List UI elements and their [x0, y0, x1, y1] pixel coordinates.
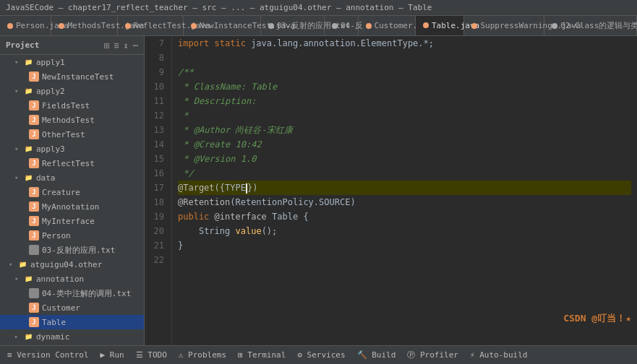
sidebar-content: ▾📁apply1JNewInstanceTest▾📁apply2JFieldsT…: [0, 55, 144, 345]
problems-btn[interactable]: ⚠ Problems: [174, 349, 231, 361]
tree-arrow: ▾: [14, 275, 23, 282]
code-line: /**: [178, 65, 631, 79]
line-numbers: 78910111213141516171819202122: [145, 36, 172, 345]
tree-label: Person: [42, 231, 71, 240]
code-line: *: [178, 108, 631, 123]
sync-icon[interactable]: ⊞: [104, 40, 109, 51]
tree-file-icon: 📁: [23, 173, 33, 183]
code-area[interactable]: import static java.lang.annotation.Eleme…: [172, 36, 637, 345]
tree-label: MethodsTest: [42, 116, 95, 125]
tree-label: ReflectTest: [42, 159, 95, 168]
tree-label: NewInstanceTest: [42, 72, 114, 82]
tree-item[interactable]: JReflectTest: [0, 156, 144, 170]
tree-label: OtherTest: [42, 130, 85, 139]
tree-file-icon: 📁: [23, 332, 33, 342]
tree-item[interactable]: 04-类中注解的调用.txt: [0, 286, 144, 300]
tree-label: Creature: [42, 188, 80, 197]
tab-table[interactable]: Table.java: [416, 16, 465, 36]
tree-item[interactable]: ▾📁apply3: [0, 142, 144, 156]
tree-item[interactable]: ▾📁atguigu04.other: [0, 257, 144, 272]
tab-dot-methodstest: [59, 23, 64, 29]
tree-item[interactable]: JCustomer: [0, 300, 144, 315]
tab-suppresswarnings[interactable]: SuppressWarnings.java: [464, 16, 544, 35]
tree-arrow: ▾: [14, 145, 23, 152]
tree-item[interactable]: JTable: [0, 315, 144, 329]
tab-person[interactable]: Person.java: [0, 16, 51, 35]
tree-label: Customer: [42, 303, 80, 313]
tab-newinstancetest[interactable]: NewInstanceTest.java: [184, 16, 261, 35]
tab-class-txt[interactable]: 02-Class的逻辑与类的加载.txt: [544, 16, 637, 35]
collapse-icon[interactable]: ↕: [124, 40, 129, 51]
main-area: Project ⊞ ≡ ↕ ⋯ ▾📁apply1JNewInstanceTest…: [0, 36, 637, 345]
line-number: 7: [145, 36, 168, 51]
watermark: CSDN @叮当！★: [563, 312, 631, 325]
tree-file-icon: J: [29, 115, 39, 125]
tab-dot-04-txt: [332, 23, 338, 29]
terminal-btn[interactable]: ⊞ Terminal: [234, 349, 290, 361]
run-btn[interactable]: ▶ Run: [96, 349, 129, 361]
tree-item[interactable]: JPerson: [0, 228, 144, 243]
tree-file-icon: 📁: [23, 274, 33, 284]
code-line: * ClassName: Table: [178, 79, 631, 94]
tree-item[interactable]: JMethodsTest: [0, 113, 144, 127]
code-line: String value();: [178, 224, 631, 238]
tree-item[interactable]: JNewInstanceTest: [0, 69, 144, 84]
profiler-btn[interactable]: Ⓟ Profiler: [403, 348, 463, 362]
code-line: public @interface Table {: [178, 209, 631, 224]
tree-file-icon: J: [29, 202, 39, 212]
tree-label: atguigu04.other: [30, 260, 102, 269]
auto-build-btn[interactable]: ⚡ Auto-build: [466, 349, 531, 361]
tree-item[interactable]: 03-反射的应用.txt: [0, 243, 144, 257]
tree-item[interactable]: JMyAnnotation: [0, 199, 144, 214]
tree-file-icon: [29, 245, 39, 255]
tree-arrow: ▾: [14, 58, 23, 66]
tabs-bar: Person.javaMethodsTest.javaReflectTest.j…: [0, 16, 637, 36]
tree-item[interactable]: ▾📁annotation: [0, 272, 144, 286]
code-line: @Target({TYPE}): [178, 181, 631, 195]
tree-item[interactable]: JMyInterface: [0, 214, 144, 228]
sidebar-icons: ⊞ ≡ ↕ ⋯: [104, 40, 138, 51]
tree-file-icon: 📁: [23, 86, 33, 96]
settings-icon[interactable]: ⋯: [133, 40, 138, 51]
line-number: 21: [145, 238, 168, 253]
tree-label: dynamic: [36, 332, 69, 342]
tab-reflecttest[interactable]: ReflectTest.java: [118, 16, 184, 35]
tree-file-icon: J: [29, 303, 39, 313]
tree-file-icon: J: [29, 317, 39, 327]
tree-item[interactable]: JOtherTest: [0, 127, 144, 142]
editor-content[interactable]: 78910111213141516171819202122 import sta…: [145, 36, 637, 345]
line-number: 8: [145, 51, 168, 65]
version-control-btn[interactable]: ≡ Version Control: [3, 349, 93, 361]
tab-dot-table: [423, 22, 429, 28]
code-line: * Description:: [178, 94, 631, 108]
tree-item[interactable]: JCreature: [0, 185, 144, 199]
tree-file-icon: [29, 288, 39, 298]
tab-customer[interactable]: Customer.java: [359, 16, 416, 35]
tab-methodstest[interactable]: MethodsTest.java: [51, 16, 117, 35]
tree-label: MyAnnotation: [42, 202, 99, 212]
services-btn[interactable]: ⚙ Services: [293, 349, 349, 361]
tree-item[interactable]: ▾📁data: [0, 170, 144, 185]
code-line: [178, 253, 631, 267]
tree-label: data: [36, 173, 56, 183]
tab-dot-person: [7, 23, 13, 29]
title-bar-text: JavaSECode – chapter17_reflect_teacher –…: [6, 3, 432, 12]
line-number: 12: [145, 108, 168, 123]
build-btn[interactable]: 🔨 Build: [353, 349, 401, 361]
code-line: * @Create 10:42: [178, 137, 631, 152]
tree-label: apply2: [36, 87, 65, 96]
tree-item[interactable]: ▾📁apply1: [0, 55, 144, 69]
tree-item[interactable]: ▸📁dynamic: [0, 329, 144, 344]
tree-arrow: ▾: [9, 261, 17, 268]
line-number: 15: [145, 152, 168, 166]
gear-icon[interactable]: ≡: [114, 40, 119, 51]
tab-reflect-txt[interactable]: 03-反射的应用.txt: [261, 16, 325, 35]
tree-item[interactable]: JFieldsTest: [0, 98, 144, 113]
todo-btn[interactable]: ☰ TODO: [132, 349, 171, 361]
code-line: */: [178, 166, 631, 181]
tree-item[interactable]: ▾📁apply2: [0, 84, 144, 98]
tab-dot-reflect-txt: [268, 23, 274, 29]
tab-04-txt[interactable]: 04-反: [325, 16, 359, 35]
code-line: }: [178, 238, 631, 253]
line-number: 9: [145, 65, 168, 79]
